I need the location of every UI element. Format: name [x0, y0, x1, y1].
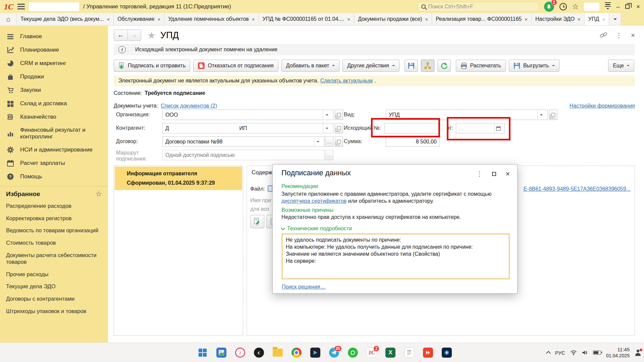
close-icon[interactable]: × — [347, 16, 350, 22]
minimize-button[interactable]: – — [616, 3, 620, 10]
route-ellipsis-button[interactable]: … — [325, 150, 333, 160]
whatsapp-icon[interactable] — [347, 347, 358, 358]
org-input[interactable]: ООО — [162, 110, 333, 120]
chrome-icon[interactable] — [291, 347, 302, 358]
date-input[interactable]: . . — [456, 123, 505, 133]
service-menu-icon[interactable] — [605, 2, 611, 11]
make-actual-link[interactable]: Сделать актуальным — [320, 78, 373, 84]
outgoing-number-input[interactable] — [384, 123, 440, 133]
document-tree-button[interactable] — [421, 60, 434, 72]
tab-edo-settings[interactable]: Настройки ЭДО× — [532, 13, 585, 25]
vid-choose-button[interactable] — [549, 110, 557, 120]
tab-service[interactable]: Обслуживание× — [114, 13, 164, 25]
dogovor-choose-button[interactable] — [335, 136, 343, 147]
route-input[interactable]: Одной доступной подписью — [162, 150, 324, 160]
edit-file-button[interactable] — [250, 215, 264, 228]
dropdown-icon[interactable] — [323, 110, 330, 120]
dropdown-icon[interactable] — [314, 137, 321, 146]
close-icon[interactable]: × — [525, 16, 528, 22]
favorite-item[interactable]: Корректировка регистров — [0, 212, 108, 225]
sign-and-send-button[interactable]: Подписать и отправить — [114, 60, 190, 72]
sidebar-item-crm[interactable]: CRM и маркетинг — [0, 57, 108, 70]
favorite-item[interactable]: Стоимость товаров — [0, 237, 108, 249]
close-icon[interactable]: × — [107, 16, 110, 22]
calendar-picker-icon[interactable] — [494, 123, 502, 133]
battery-icon[interactable] — [593, 351, 601, 355]
favorite-item[interactable]: Ведомость по товарам организаций — [0, 224, 108, 237]
print-button[interactable]: Распечатать — [456, 60, 506, 72]
sidebar-item-nsi[interactable]: НСИ и администрирование — [0, 143, 108, 157]
search-input[interactable] — [428, 4, 535, 10]
favorite-item[interactable]: Штрихкоды упаковок и товаров — [0, 305, 108, 317]
back-button[interactable]: ← — [114, 30, 127, 41]
excel-icon[interactable]: X — [385, 347, 396, 358]
favorite-item[interactable]: Договоры с контрагентами — [0, 293, 108, 305]
tab-delete-marked[interactable]: Удаление помеченных объектов× — [164, 13, 259, 25]
close-icon[interactable]: × — [578, 16, 581, 22]
sidebar-item-salary[interactable]: Расчет зарплаты — [0, 157, 108, 170]
file-link[interactable]: E-8B61-4893-9489-5E17A36E0368396059... — [524, 186, 631, 192]
close-window-button[interactable]: × — [636, 3, 640, 10]
notifications-button[interactable]: 2 — [544, 2, 554, 12]
windows-start-icon[interactable] — [197, 347, 208, 358]
sidebar-item-purchases[interactable]: Закупки — [0, 83, 108, 97]
refuse-signing-button[interactable]: Отказаться от подписания — [193, 60, 278, 72]
other-actions-button[interactable]: Другие действия — [342, 60, 399, 72]
search-solution-link[interactable]: Поиск решения… — [282, 284, 326, 290]
formation-settings-link[interactable]: Настройки формирования — [570, 103, 635, 109]
video-app-icon[interactable] — [441, 347, 452, 358]
dialog-more-icon[interactable]: ⋮ — [476, 170, 483, 178]
1c-app-icon[interactable]: 1С 2 — [366, 347, 377, 358]
tab-list-dropdown[interactable] — [609, 13, 621, 25]
export-button[interactable]: Выгрузить — [509, 60, 559, 72]
sidebar-item-main[interactable]: Главное — [0, 30, 108, 43]
close-icon[interactable]: × — [602, 16, 605, 22]
tab-realization[interactable]: Реализация товар... ФС000001165× — [432, 13, 532, 25]
browser-c-icon[interactable]: c — [254, 347, 264, 358]
sidebar-item-planning[interactable]: Планирование — [0, 43, 108, 57]
language-indicator[interactable]: РУС — [555, 350, 565, 356]
contragent-input[interactable]: Д ИП — [162, 123, 333, 133]
documents-list-link[interactable]: Список документов (2) — [161, 103, 217, 109]
favorite-item[interactable]: Документы расчета себестоимости товаров — [0, 249, 108, 268]
user-notification-icon[interactable] — [635, 349, 641, 356]
forward-button[interactable]: → — [127, 30, 141, 41]
org-choose-button[interactable] — [335, 110, 343, 120]
tab-sales-docs[interactable]: Документы продажи (все)× — [354, 13, 432, 25]
favorite-item[interactable]: Прочие расходы — [0, 268, 108, 281]
close-icon[interactable]: × — [252, 16, 255, 22]
telegram-icon[interactable]: 25 — [329, 347, 339, 358]
add-to-package-button[interactable]: Добавить в пакет — [281, 60, 340, 72]
sidebar-item-treasury[interactable]: Казначейство — [0, 110, 108, 124]
get-link-icon[interactable] — [600, 32, 607, 39]
sidebar-item-finance[interactable]: Финансовый результат и контроллинг — [0, 124, 108, 143]
sidebar-item-help[interactable]: ? Помощь — [0, 170, 108, 183]
tab-upd-active[interactable]: УПД× — [585, 13, 609, 25]
favorite-star-icon[interactable]: ★ — [147, 30, 156, 41]
dropdown-icon[interactable] — [537, 110, 545, 120]
photos-app-icon[interactable] — [216, 347, 227, 358]
market-app-icon[interactable] — [423, 347, 433, 358]
technical-details-text[interactable]: Не удалось подписать документы по причин… — [282, 234, 509, 279]
favorites-star-icon[interactable]: ☆ — [95, 190, 102, 198]
technical-details-toggle[interactable]: Технические подробности — [281, 226, 352, 232]
contragent-choose-button[interactable] — [335, 123, 343, 133]
sender-info-item[interactable]: Информация отправителя Сформирован, 01.0… — [115, 167, 242, 190]
cert-manager-link[interactable]: диспетчера сертификатов — [281, 198, 346, 204]
refresh-button[interactable] — [437, 60, 451, 72]
close-icon[interactable]: × — [158, 16, 161, 22]
wifi-icon[interactable] — [570, 350, 577, 355]
dialog-maximize-icon[interactable] — [492, 172, 496, 176]
summa-input[interactable]: 8 500,00 — [386, 136, 440, 147]
tab-edo-current[interactable]: Текущие дела ЭДО (весь докум...× — [17, 13, 114, 25]
music-app-icon[interactable]: ♪ — [235, 347, 246, 358]
media-player-icon[interactable] — [310, 347, 321, 358]
sidebar-item-sales[interactable]: Продажи — [0, 70, 108, 83]
tab-home[interactable]: ⌂ — [0, 13, 17, 25]
favorite-item[interactable]: Текущие дела ЭДО — [0, 280, 108, 293]
dogovor-input[interactable]: Договор поставки №98 — [162, 136, 324, 147]
more-button[interactable]: Еще — [608, 60, 634, 72]
dialog-close-icon[interactable]: × — [505, 170, 510, 178]
close-document-icon[interactable]: × — [631, 31, 635, 39]
vid-input[interactable]: УПД — [386, 110, 548, 120]
